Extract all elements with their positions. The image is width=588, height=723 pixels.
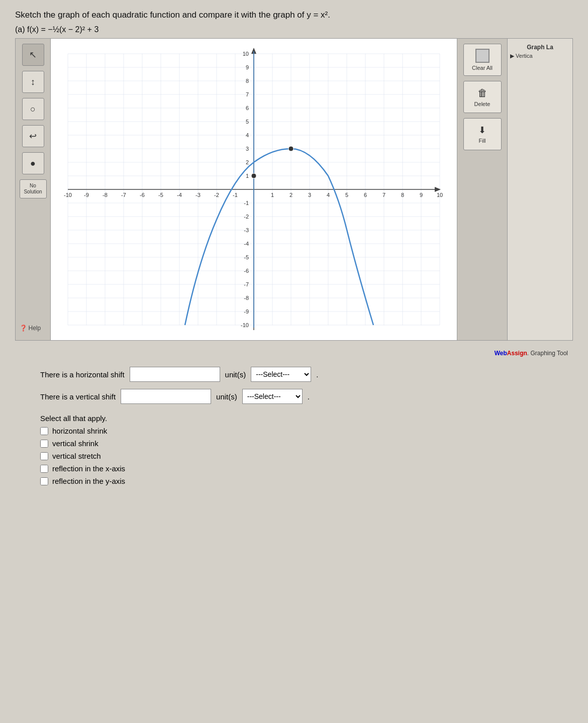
- vertical-shift-label: There is a vertical shift: [40, 392, 116, 401]
- svg-text:5: 5: [246, 119, 249, 125]
- svg-text:1: 1: [246, 173, 249, 179]
- svg-text:8: 8: [246, 78, 249, 84]
- svg-text:6: 6: [246, 105, 249, 111]
- svg-text:9: 9: [420, 192, 423, 198]
- vertical-stretch-checkbox[interactable]: [40, 452, 48, 460]
- checkbox-vertical-shrink: vertical shrink: [40, 439, 573, 448]
- svg-text:-7: -7: [121, 192, 126, 198]
- svg-text:4: 4: [327, 192, 330, 198]
- graphing-tool-text: . Graphing Tool: [527, 350, 568, 357]
- horizontal-shrink-checkbox[interactable]: [40, 427, 48, 435]
- select-title: Select all that apply.: [40, 414, 573, 423]
- svg-text:6: 6: [364, 192, 367, 198]
- svg-text:-3: -3: [244, 227, 249, 233]
- clear-all-button[interactable]: Clear All: [463, 44, 502, 76]
- svg-text:-3: -3: [195, 192, 201, 198]
- svg-text:2: 2: [289, 192, 292, 198]
- clear-all-icon: [475, 49, 489, 63]
- reflection-y-checkbox[interactable]: [40, 477, 48, 485]
- vertical-period: .: [308, 392, 310, 401]
- toolbar-left: ↖ ↕ ○ ↩ ● NoSolution ❓ Help: [15, 38, 50, 341]
- graph-container: ↖ ↕ ○ ↩ ● NoSolution ❓ Help: [15, 38, 573, 341]
- graph-label-item[interactable]: ▶ Vertica: [510, 53, 570, 59]
- vertical-shift-units: unit(s): [216, 392, 237, 401]
- clear-all-label: Clear All: [472, 65, 493, 71]
- graph-svg[interactable]: -10 -9 -8 -7 -6 -5 -4 -3 -2 -1 1 2 3 4 5…: [51, 39, 457, 340]
- no-solution-button[interactable]: NoSolution: [20, 179, 47, 198]
- circle-tool[interactable]: ○: [22, 98, 44, 120]
- horizontal-shift-label: There is a horizontal shift: [40, 370, 125, 379]
- help-button[interactable]: ❓ Help: [20, 321, 47, 335]
- help-label: Help: [29, 325, 41, 332]
- part-label: (a) f(x) = −½(x − 2)² + 3: [15, 25, 573, 34]
- fill-label: Fill: [478, 138, 485, 144]
- vertical-shrink-checkbox[interactable]: [40, 440, 48, 448]
- svg-text:-8: -8: [244, 295, 249, 301]
- graph-inner: -10 -9 -8 -7 -6 -5 -4 -3 -2 -1 1 2 3 4 5…: [51, 39, 457, 340]
- graph-area[interactable]: -10 -9 -8 -7 -6 -5 -4 -3 -2 -1 1 2 3 4 5…: [50, 38, 457, 341]
- page-title: Sketch the graph of each quadratic funct…: [15, 10, 573, 20]
- svg-point-88: [251, 173, 256, 178]
- svg-point-89: [288, 146, 293, 151]
- cursor-tool[interactable]: ↖: [22, 44, 44, 66]
- point-tool[interactable]: ●: [22, 152, 44, 174]
- svg-text:-1: -1: [244, 200, 249, 206]
- svg-text:-8: -8: [103, 192, 108, 198]
- svg-text:-9: -9: [244, 308, 249, 315]
- select-section: Select all that apply. horizontal shrink…: [40, 414, 573, 485]
- checkbox-reflection-y: reflection in the y-axis: [40, 477, 573, 485]
- svg-text:-6: -6: [244, 268, 249, 274]
- svg-text:2: 2: [246, 159, 249, 165]
- vertical-shift-input[interactable]: [121, 389, 211, 404]
- reflection-x-label: reflection in the x-axis: [52, 464, 125, 473]
- svg-text:5: 5: [345, 192, 348, 198]
- svg-text:-4: -4: [244, 241, 249, 247]
- svg-text:-4: -4: [177, 192, 182, 198]
- checkbox-horizontal-shrink: horizontal shrink: [40, 427, 573, 435]
- form-section: There is a horizontal shift unit(s) ---S…: [40, 367, 573, 404]
- svg-text:4: 4: [246, 132, 249, 138]
- help-icon: ❓: [20, 325, 27, 332]
- horizontal-shift-input[interactable]: [130, 367, 220, 382]
- svg-text:-6: -6: [140, 192, 145, 198]
- svg-text:-5: -5: [244, 254, 249, 260]
- assign-text: Assign: [507, 350, 527, 357]
- fill-icon: ⬇: [478, 125, 486, 136]
- graph-label-title: Graph La: [510, 44, 570, 51]
- svg-text:-9: -9: [84, 192, 89, 198]
- delete-label: Delete: [474, 101, 491, 107]
- checkbox-reflection-x: reflection in the x-axis: [40, 464, 573, 473]
- toolbar-right: Clear All 🗑 Delete ⬇ Fill: [457, 38, 508, 341]
- svg-text:-2: -2: [214, 192, 219, 198]
- horizontal-shift-row: There is a horizontal shift unit(s) ---S…: [40, 367, 573, 382]
- graph-label-panel: Graph La ▶ Vertica: [508, 38, 573, 341]
- web-text: Web: [495, 350, 507, 357]
- svg-text:9: 9: [246, 64, 249, 70]
- vertical-stretch-label: vertical stretch: [52, 452, 101, 460]
- reflection-x-checkbox[interactable]: [40, 465, 48, 473]
- undo-tool[interactable]: ↩: [22, 125, 44, 147]
- fill-button[interactable]: ⬇ Fill: [463, 118, 502, 150]
- horizontal-shift-units: unit(s): [225, 370, 246, 379]
- svg-text:3: 3: [246, 146, 249, 152]
- horizontal-shift-select[interactable]: ---Select--- left right: [251, 367, 311, 382]
- horizontal-period: .: [316, 370, 318, 379]
- svg-text:-2: -2: [244, 214, 249, 220]
- svg-text:-10: -10: [64, 192, 72, 198]
- svg-text:7: 7: [246, 91, 249, 97]
- webassign-footer: WebAssign. Graphing Tool: [15, 350, 573, 357]
- vertical-shift-row: There is a vertical shift unit(s) ---Sel…: [40, 389, 573, 404]
- vertical-shift-select[interactable]: ---Select--- up down: [242, 389, 303, 404]
- checkbox-vertical-stretch: vertical stretch: [40, 452, 573, 460]
- trash-icon: 🗑: [477, 87, 487, 99]
- svg-text:-7: -7: [244, 281, 249, 287]
- svg-text:10: 10: [243, 51, 249, 57]
- reflection-y-label: reflection in the y-axis: [52, 477, 125, 485]
- svg-text:10: 10: [437, 192, 443, 198]
- svg-text:-10: -10: [241, 322, 249, 328]
- svg-text:8: 8: [401, 192, 404, 198]
- svg-text:7: 7: [382, 192, 385, 198]
- move-tool[interactable]: ↕: [22, 71, 44, 93]
- delete-button[interactable]: 🗑 Delete: [463, 81, 502, 113]
- vertical-shrink-label: vertical shrink: [52, 439, 99, 448]
